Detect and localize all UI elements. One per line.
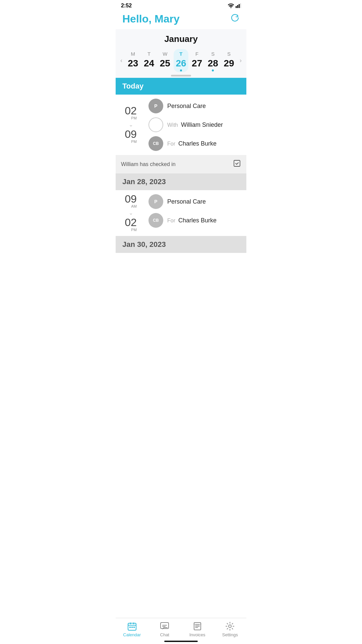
nav-settings-label: Settings: [222, 632, 238, 637]
nav-chat[interactable]: Chat: [148, 622, 181, 637]
day-letter-tue: T: [147, 51, 150, 57]
jan28-service-avatar: P: [148, 194, 163, 209]
today-end-suffix: PM: [131, 140, 137, 144]
signal-icon: [236, 3, 241, 8]
nav-invoices-label: Invoices: [189, 632, 205, 637]
time-end-block: 09 PM: [125, 129, 137, 144]
greeting: Hello, Mary: [122, 13, 180, 25]
jan28-service-row: P Personal Care: [148, 194, 242, 209]
jan28-client-row: CB For Charles Burke: [148, 213, 242, 228]
refresh-button[interactable]: [230, 13, 240, 25]
today-time-col: 02 PM ⌄ 09 PM: [116, 95, 146, 155]
jan28-time-col: 09 AM ⌄ 02 PM: [116, 190, 146, 236]
today-end-hour: 09: [125, 129, 137, 140]
main-content: January ‹ M 23 T 24 W 25: [116, 29, 246, 283]
jan28-divider: ⌄: [129, 210, 133, 216]
day-letter-mon: M: [131, 51, 135, 57]
svg-point-14: [229, 625, 231, 628]
day-col-sat[interactable]: S 28: [206, 49, 220, 72]
nav-calendar[interactable]: Calendar: [116, 622, 148, 637]
client-avatar: CB: [148, 136, 163, 151]
active-dot: [180, 69, 182, 71]
status-time: 2:52: [121, 3, 132, 9]
svg-rect-4: [234, 160, 240, 166]
check-in-icon: [233, 159, 241, 169]
today-detail-col: P Personal Care With William Snieder CB …: [146, 95, 246, 155]
svg-rect-1: [237, 5, 238, 8]
worker-info: With William Snieder: [167, 121, 223, 128]
day-letter-wed: W: [163, 51, 167, 57]
section-jan28: Jan 28, 2023: [116, 173, 246, 190]
svg-rect-3: [240, 3, 241, 8]
day-col-thu[interactable]: T 26: [174, 49, 188, 72]
day-num-mon: 23: [128, 58, 138, 69]
today-service-row: P Personal Care: [148, 99, 242, 113]
bottom-indicator: [164, 641, 198, 642]
today-start-hour: 02: [125, 105, 137, 116]
status-bar: 2:52: [116, 0, 246, 10]
today-worker-row: With William Snieder: [148, 117, 242, 132]
day-letter-sat: S: [211, 51, 215, 57]
jan28-appointment: 09 AM ⌄ 02 PM P Personal Care CB For Cha…: [116, 190, 246, 236]
day-col-wed[interactable]: W 25: [158, 49, 172, 72]
jan28-time-start: 09 AM: [125, 194, 137, 209]
nav-calendar-label: Calendar: [123, 632, 141, 637]
status-icons: [228, 3, 241, 8]
today-appointment: 02 PM ⌄ 09 PM P Personal Care With Willi…: [116, 95, 246, 155]
bottom-nav: Calendar Chat Invoices Settings: [116, 618, 246, 644]
day-col-sun[interactable]: S 29: [222, 49, 236, 72]
wifi-icon: [228, 3, 234, 8]
day-num-sat: 28: [208, 58, 218, 69]
prev-week-button[interactable]: ‹: [118, 54, 125, 67]
section-today-label: Today: [122, 82, 143, 90]
jan28-service-name: Personal Care: [167, 198, 206, 205]
svg-rect-10: [133, 627, 135, 628]
service-avatar: P: [148, 99, 163, 113]
today-start-suffix: PM: [131, 116, 137, 120]
jan28-detail-col: P Personal Care CB For Charles Burke: [146, 190, 246, 236]
section-jan28-label: Jan 28, 2023: [122, 177, 166, 186]
jan28-end-suffix: PM: [131, 228, 137, 232]
check-in-bar[interactable]: William has checked in: [116, 155, 246, 173]
time-start-block: 02 PM: [125, 105, 137, 121]
check-in-text: William has checked in: [121, 161, 176, 167]
jan28-time-end: 02 PM: [125, 217, 137, 232]
day-col-fri[interactable]: F 27: [190, 49, 204, 72]
month-title: January: [116, 33, 246, 49]
jan28-start-suffix: AM: [131, 204, 137, 208]
today-client-row: CB For Charles Burke: [148, 136, 242, 151]
day-letter-thu: T: [179, 51, 182, 57]
section-jan30-label: Jan 30, 2023: [122, 240, 166, 249]
calendar-nav-icon: [127, 622, 137, 631]
settings-nav-icon: [225, 622, 235, 631]
day-col-mon[interactable]: M 23: [126, 49, 140, 72]
sat-dot: [212, 69, 214, 71]
calendar-section: January ‹ M 23 T 24 W 25: [116, 29, 246, 78]
worker-avatar: [148, 117, 163, 132]
jan28-start-hour: 09: [125, 194, 137, 204]
day-col-tue[interactable]: T 24: [142, 49, 156, 72]
jan28-client-avatar: CB: [148, 213, 163, 228]
svg-rect-8: [129, 627, 131, 628]
nav-chat-label: Chat: [160, 632, 169, 637]
chat-nav-icon: [160, 622, 169, 631]
invoices-nav-icon: [193, 622, 202, 631]
svg-rect-0: [236, 6, 237, 8]
days-container: M 23 T 24 W 25 T 26: [125, 49, 237, 72]
calendar-handle[interactable]: [116, 72, 246, 78]
section-jan30: Jan 30, 2023: [116, 236, 246, 253]
day-num-thu: 26: [176, 58, 186, 69]
jan28-client-info: For Charles Burke: [167, 217, 217, 224]
time-divider: ⌄: [129, 122, 133, 127]
nav-invoices[interactable]: Invoices: [181, 622, 214, 637]
day-num-sun: 29: [224, 58, 234, 69]
svg-rect-6: [130, 623, 131, 624]
next-week-button[interactable]: ›: [237, 54, 244, 67]
svg-rect-13: [193, 624, 201, 625]
day-num-tue: 24: [144, 58, 154, 69]
day-num-wed: 25: [160, 58, 170, 69]
service-name: Personal Care: [167, 103, 206, 110]
svg-rect-9: [131, 627, 133, 628]
svg-rect-2: [239, 4, 240, 8]
nav-settings[interactable]: Settings: [214, 622, 247, 637]
